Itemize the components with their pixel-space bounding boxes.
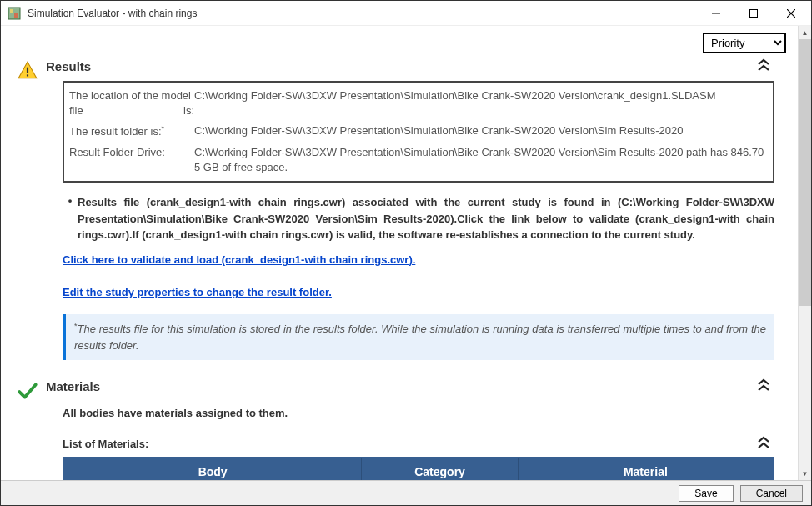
results-section: Results The location of the model file i… <box>9 58 789 373</box>
materials-title: Materials <box>46 379 753 393</box>
model-file-path: C:\Working Folder-SW\3DXW Presentation\S… <box>194 88 768 118</box>
svg-rect-2 <box>14 13 18 18</box>
col-body: Body <box>63 458 362 480</box>
warning-icon <box>17 60 38 373</box>
close-button[interactable] <box>772 1 809 25</box>
titlebar: Simulation Evaluator - with chain rings <box>1 1 811 26</box>
svg-rect-1 <box>10 9 13 13</box>
materials-list-label: List of Materials: <box>63 438 753 450</box>
bullet-icon: • <box>63 194 78 243</box>
results-file-message: Results file (crank_design1-with chain r… <box>78 194 774 243</box>
col-material: Material <box>518 458 774 480</box>
maximize-button[interactable] <box>734 1 772 25</box>
cancel-button[interactable]: Cancel <box>740 485 803 502</box>
results-info-box: The location of the model file is: C:\Wo… <box>63 81 774 183</box>
scroll-down-button[interactable]: ▼ <box>799 467 811 480</box>
edit-study-link[interactable]: Edit the study properties to change the … <box>63 284 332 301</box>
results-note: *The results file for this simulation is… <box>63 314 774 360</box>
app-icon <box>8 7 21 20</box>
results-title: Results <box>46 59 753 73</box>
svg-rect-7 <box>27 68 28 73</box>
collapse-results-button[interactable] <box>753 58 774 74</box>
collapse-materials-button[interactable] <box>753 378 774 394</box>
content-area: Priority Results <box>1 26 811 505</box>
result-drive-label: Result Folder Drive: <box>69 145 194 175</box>
priority-dropdown[interactable]: Priority <box>703 33 786 53</box>
simulation-evaluator-window: Simulation Evaluator - with chain rings … <box>0 0 812 506</box>
collapse-materials-list-button[interactable] <box>753 436 774 452</box>
minimize-button[interactable] <box>697 1 734 25</box>
window-title: Simulation Evaluator - with chain rings <box>26 8 697 19</box>
footer-bar: Save Cancel <box>1 480 811 505</box>
result-folder-path: C:\Working Folder-SW\3DXW Presentation\S… <box>194 123 768 140</box>
vertical-scrollbar[interactable]: ▲ ▼ <box>798 26 811 480</box>
materials-intro: All bodies have materials assigned to th… <box>63 407 774 419</box>
scroll-thumb[interactable] <box>799 39 811 306</box>
save-button[interactable]: Save <box>679 485 733 502</box>
window-controls <box>697 1 809 25</box>
scroll-area[interactable]: Priority Results <box>1 26 798 480</box>
model-file-label: The location of the model file is: <box>69 88 194 118</box>
svg-rect-8 <box>27 74 28 76</box>
validate-load-link[interactable]: Click here to validate and load (crank_d… <box>63 252 415 268</box>
materials-table: Body Category Material Sprockets-1/Sproc… <box>63 457 774 480</box>
table-header-row: Body Category Material <box>63 458 774 480</box>
check-icon <box>17 380 38 480</box>
materials-section: Materials All bodies have materials assi… <box>9 378 789 480</box>
col-category: Category <box>362 458 518 480</box>
svg-rect-4 <box>749 9 757 17</box>
result-drive-value: C:\Working Folder-SW\3DXW Presentation\S… <box>194 145 768 175</box>
result-folder-label: The result folder is:* <box>69 123 194 140</box>
scroll-up-button[interactable]: ▲ <box>799 26 811 39</box>
